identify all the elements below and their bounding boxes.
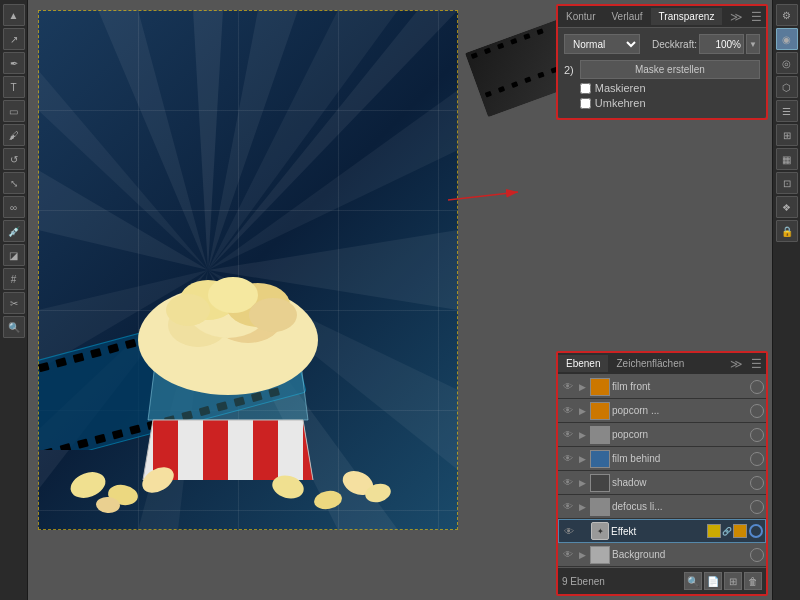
layer-expand-icon[interactable]: ▶ — [576, 549, 588, 561]
tool-knife[interactable]: ✂ — [3, 292, 25, 314]
layer-expand-icon[interactable]: ▶ — [576, 453, 588, 465]
tool-direct-select[interactable]: ↗ — [3, 28, 25, 50]
layer-target-icon[interactable] — [750, 500, 764, 514]
layer-expand-icon[interactable]: ▶ — [576, 429, 588, 441]
layer-name: popcorn — [612, 429, 748, 440]
layers-delete-button[interactable]: 🗑 — [744, 572, 762, 590]
layer-expand-icon[interactable]: ▶ — [576, 381, 588, 393]
layer-eye-icon[interactable]: 👁 — [560, 427, 576, 443]
left-toolbar: ▲ ↗ ✒ T ▭ 🖌 ↺ ⤡ ∞ 💉 ◪ # ✂ 🔍 — [0, 0, 28, 600]
layer-expand-icon[interactable]: ▶ — [576, 501, 588, 513]
svg-point-57 — [208, 277, 258, 313]
layer-name: popcorn ... — [612, 405, 748, 416]
layers-expand-icon[interactable]: ≫ — [726, 357, 747, 371]
layer-row[interactable]: 👁 ▶ shadow — [558, 471, 766, 495]
tool-mesh[interactable]: # — [3, 268, 25, 290]
layer-eye-icon[interactable]: 👁 — [561, 523, 577, 539]
layers-list: 👁 ▶ film front 👁 ▶ popcorn ... — [558, 375, 766, 567]
svg-point-63 — [270, 472, 307, 502]
right-tool-active[interactable]: ◉ — [776, 28, 798, 50]
mask-section: 2) Maske erstellen Maskieren Umkehren — [564, 60, 760, 112]
layer-row[interactable]: 👁 ▶ popcorn — [558, 423, 766, 447]
tab-verlauf[interactable]: Verlauf — [603, 8, 650, 25]
right-tool-4[interactable]: ☰ — [776, 100, 798, 122]
panel-options-icon[interactable]: ☰ — [747, 10, 766, 24]
tab-ebenen[interactable]: Ebenen — [558, 355, 608, 372]
umkehren-checkbox[interactable] — [580, 98, 591, 109]
layer-row[interactable]: 👁 ▶ defocus li... — [558, 495, 766, 519]
right-tool-7[interactable]: ⊡ — [776, 172, 798, 194]
panels-container: Kontur Verlauf Transparenz ≫ ☰ Normal — [552, 0, 772, 600]
right-tool-3[interactable]: ⬡ — [776, 76, 798, 98]
layer-eye-icon[interactable]: 👁 — [560, 379, 576, 395]
tool-scale[interactable]: ⤡ — [3, 172, 25, 194]
opacity-input[interactable] — [699, 34, 744, 54]
layers-count: 9 Ebenen — [562, 576, 682, 587]
svg-point-60 — [67, 468, 109, 503]
tool-gradient[interactable]: ◪ — [3, 244, 25, 266]
svg-point-62 — [138, 462, 178, 498]
svg-point-59 — [249, 298, 297, 332]
tab-transparenz[interactable]: Transparenz — [651, 8, 723, 25]
layer-target-icon[interactable] — [750, 428, 764, 442]
layer-thumbnail — [590, 402, 610, 420]
tab-zeichenflaechen[interactable]: Zeichenflächen — [608, 355, 692, 372]
layers-panel-tabs: Ebenen Zeichenflächen ≫ ☰ — [558, 353, 766, 375]
layers-search-button[interactable]: 🔍 — [684, 572, 702, 590]
blend-mode-select[interactable]: Normal — [564, 34, 640, 54]
right-tool-1[interactable]: ⚙ — [776, 4, 798, 26]
layer-expand-icon[interactable]: ▶ — [576, 405, 588, 417]
layer-expand-icon: ▶ — [577, 525, 589, 537]
layer-eye-icon[interactable]: 👁 — [560, 451, 576, 467]
mask-controls: Maske erstellen Maskieren Umkehren — [580, 60, 760, 112]
svg-point-58 — [166, 294, 210, 326]
right-tool-6[interactable]: ▦ — [776, 148, 798, 170]
tool-eyedropper[interactable]: 💉 — [3, 220, 25, 242]
layer-target-icon[interactable] — [749, 524, 763, 538]
layer-eye-icon[interactable]: 👁 — [560, 499, 576, 515]
tool-zoom[interactable]: 🔍 — [3, 316, 25, 338]
tool-pen[interactable]: ✒ — [3, 52, 25, 74]
layer-eye-icon[interactable]: 👁 — [560, 547, 576, 563]
panel-menu-icon[interactable]: ≫ — [726, 10, 747, 24]
right-tool-8[interactable]: ❖ — [776, 196, 798, 218]
tool-type[interactable]: T — [3, 76, 25, 98]
tool-shape[interactable]: ▭ — [3, 100, 25, 122]
maskieren-checkbox[interactable] — [580, 83, 591, 94]
opacity-arrow[interactable]: ▼ — [746, 34, 760, 54]
panel-spacer — [552, 124, 772, 347]
layers-menu-icon[interactable]: ☰ — [747, 357, 766, 371]
tool-brush[interactable]: 🖌 — [3, 124, 25, 146]
layers-panel-wrapper: Ebenen Zeichenflächen ≫ ☰ 👁 ▶ film front — [556, 351, 768, 596]
layer-target-icon[interactable] — [750, 548, 764, 562]
layer-name: shadow — [612, 477, 748, 488]
layer-row[interactable]: 👁 ▶ popcorn ... — [558, 399, 766, 423]
layer-row[interactable]: 👁 ▶ Background — [558, 543, 766, 567]
tool-select[interactable]: ▲ — [3, 4, 25, 26]
layer-row[interactable]: 👁 ▶ film front — [558, 375, 766, 399]
layers-arrange-button[interactable]: ⊞ — [724, 572, 742, 590]
tool-blend[interactable]: ∞ — [3, 196, 25, 218]
layers-new-button[interactable]: 📄 — [704, 572, 722, 590]
layer-target-icon[interactable] — [750, 380, 764, 394]
maskieren-label: Maskieren — [595, 82, 646, 94]
right-tool-2[interactable]: ◎ — [776, 52, 798, 74]
layer-eye-icon[interactable]: 👁 — [560, 403, 576, 419]
layer-eye-icon[interactable]: 👁 — [560, 475, 576, 491]
layer-name: film behind — [612, 453, 748, 464]
layer-target-icon[interactable] — [750, 452, 764, 466]
tool-rotate[interactable]: ↺ — [3, 148, 25, 170]
tab-kontur[interactable]: Kontur — [558, 8, 603, 25]
layer-expand-icon[interactable]: ▶ — [576, 477, 588, 489]
layer-thumbnail-effekt: ✦ — [591, 522, 609, 540]
right-tool-5[interactable]: ⊞ — [776, 124, 798, 146]
right-tool-9[interactable]: 🔒 — [776, 220, 798, 242]
layer-target-icon[interactable] — [750, 404, 764, 418]
layer-target-icon[interactable] — [750, 476, 764, 490]
blend-mode-row: Normal Deckkraft: ▼ — [564, 34, 760, 54]
mask-erstellen-button[interactable]: Maske erstellen — [580, 60, 760, 79]
layer-row-effekt[interactable]: 👁 ▶ ✦ Effekt 🔗 — [558, 519, 766, 543]
layer-row[interactable]: 👁 ▶ film behind — [558, 447, 766, 471]
svg-line-69 — [448, 192, 518, 200]
transparency-panel-content: Normal Deckkraft: ▼ 2) Maske erstellen — [558, 28, 766, 118]
